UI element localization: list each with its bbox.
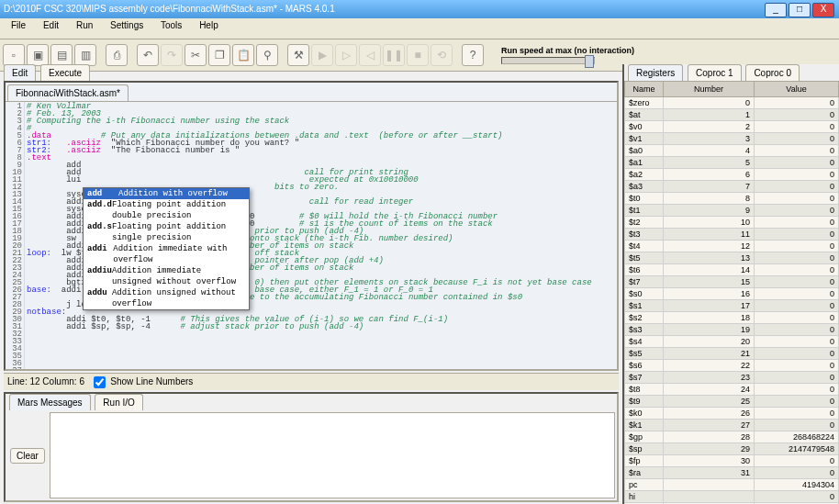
stop-icon[interactable]: ■ [407,44,429,66]
register-row[interactable]: $s2180 [625,312,839,324]
messages-frame: Mars Messages Run I/O Clear [4,392,619,502]
register-row[interactable]: $s3190 [625,324,839,336]
menubar: File Edit Run Settings Tools Help [0,18,839,39]
register-row[interactable]: $s5210 [625,348,839,360]
register-row[interactable]: $fp300 [625,455,839,467]
window-title: D:\2010F CSC 320\MIPS assembly code\Fibo… [4,0,764,18]
register-row[interactable]: $t6140 [625,264,839,276]
run-icon[interactable]: ▶ [311,44,333,66]
register-row[interactable]: $v020 [625,121,839,133]
register-row[interactable]: $ra310 [625,467,839,479]
register-row[interactable]: $s1170 [625,300,839,312]
pause-icon[interactable]: ❚❚ [383,44,405,66]
autocomplete-item[interactable]: addiAddition immediate with overflow [84,243,249,265]
window-controls: _ □ X [764,0,835,18]
new-file-icon[interactable]: ▫ [3,44,25,66]
autocomplete-item[interactable]: adduAddition unsigned without overflow [84,287,249,309]
register-row[interactable]: $a370 [625,181,839,193]
tab-mars-messages[interactable]: Mars Messages [9,394,91,410]
step-back-icon[interactable]: ◁ [359,44,381,66]
show-line-numbers-checkbox[interactable] [94,376,106,388]
speed-control: Run speed at max (no interaction) [501,46,634,64]
open-file-icon[interactable]: ▣ [27,44,49,66]
menu-help[interactable]: Help [192,18,226,32]
cut-icon[interactable]: ✂ [185,44,207,66]
assemble-icon[interactable]: ⚒ [287,44,309,66]
reset-icon[interactable]: ⟲ [431,44,453,66]
register-row[interactable]: $t4120 [625,241,839,252]
show-line-numbers-label: Show Line Numbers [110,376,193,386]
mode-tabs: Edit Execute [0,64,622,81]
speed-slider[interactable] [501,57,595,64]
save-as-icon[interactable]: ▥ [74,44,96,66]
editor-frame: FibonnaciWithStack.asm* 1234567891011121… [4,81,619,371]
tab-coproc0[interactable]: Coproc 0 [745,64,800,81]
register-row[interactable]: $t3110 [625,229,839,241]
minimize-button[interactable]: _ [765,3,787,17]
col-number: Number [664,82,755,97]
register-row[interactable]: $t080 [625,193,839,205]
save-file-icon[interactable]: ▤ [50,44,73,66]
tab-registers[interactable]: Registers [628,64,683,81]
register-row[interactable]: $a040 [625,145,839,157]
col-name: Name [625,82,664,97]
tab-execute[interactable]: Execute [40,64,90,81]
window-titlebar: D:\2010F CSC 320\MIPS assembly code\Fibo… [0,0,839,18]
register-row[interactable]: $s4200 [625,336,839,348]
messages-text[interactable] [50,412,615,498]
register-row[interactable]: pc4194304 [625,479,839,491]
help-icon[interactable]: ? [462,44,484,66]
tab-coproc1[interactable]: Coproc 1 [688,64,742,81]
register-row[interactable]: $s0160 [625,288,839,300]
tab-edit[interactable]: Edit [4,64,36,81]
step-icon[interactable]: ▷ [335,44,357,66]
redo-icon[interactable]: ↷ [161,44,183,66]
register-row[interactable]: $s7230 [625,372,839,384]
speed-label: Run speed at max (no interaction) [501,46,634,55]
register-row[interactable]: $k1270 [625,420,839,431]
file-tab[interactable]: FibonnaciWithStack.asm* [7,84,129,101]
register-row[interactable]: $a150 [625,157,839,169]
register-row[interactable]: $sp292147479548 [625,443,839,455]
tab-run-io[interactable]: Run I/O [95,394,142,410]
register-row[interactable]: $s6220 [625,360,839,372]
editor-status: Line: 12 Column: 6 Show Line Numbers [4,373,619,390]
caret-position: Line: 12 Column: 6 [7,376,84,386]
clear-button[interactable]: Clear [10,448,45,464]
register-row[interactable]: $t2100 [625,217,839,229]
menu-file[interactable]: File [4,18,33,32]
main-area: Edit Execute FibonnaciWithStack.asm* 123… [0,64,839,504]
register-row[interactable]: $t7150 [625,276,839,288]
autocomplete-popup[interactable]: addAddition with overflowadd.dFloating p… [83,187,250,310]
autocomplete-item[interactable]: addAddition with overflow [84,188,249,199]
menu-tools[interactable]: Tools [153,18,189,32]
print-icon[interactable]: ⎙ [106,44,128,66]
register-row[interactable]: $v130 [625,133,839,145]
menu-run[interactable]: Run [69,18,100,32]
register-row[interactable]: $t190 [625,205,839,217]
menu-edit[interactable]: Edit [36,18,66,32]
register-row[interactable]: $t8240 [625,384,839,396]
register-row[interactable]: hi0 [625,491,839,503]
registers-panel: Registers Coproc 1 Coproc 0 Name Number … [622,64,839,504]
register-row[interactable]: $k0260 [625,408,839,420]
register-row[interactable]: $a260 [625,169,839,181]
autocomplete-item[interactable]: add.dFloating point addition double prec… [84,199,249,221]
register-table: Name Number Value $zero00$at10$v020$v130… [624,81,839,504]
paste-icon[interactable]: 📋 [232,44,254,66]
line-gutter: 1234567891011121314151617181920212223242… [6,102,25,369]
maximize-button[interactable]: □ [789,3,811,17]
autocomplete-item[interactable]: addiuAddition immediate unsigned without… [84,265,249,287]
register-row[interactable]: $at10 [625,109,839,121]
undo-icon[interactable]: ↶ [137,44,159,66]
register-row[interactable]: $t9250 [625,396,839,408]
register-row[interactable]: $zero00 [625,97,839,109]
register-row[interactable]: $gp28268468224 [625,431,839,443]
autocomplete-item[interactable]: add.sFloating point addition single prec… [84,221,249,243]
menu-settings[interactable]: Settings [103,18,151,32]
register-row[interactable]: $t5130 [625,252,839,264]
close-button[interactable]: X [812,3,834,17]
copy-icon[interactable]: ❐ [208,44,230,66]
find-icon[interactable]: ⚲ [256,44,278,66]
col-value: Value [755,82,839,97]
